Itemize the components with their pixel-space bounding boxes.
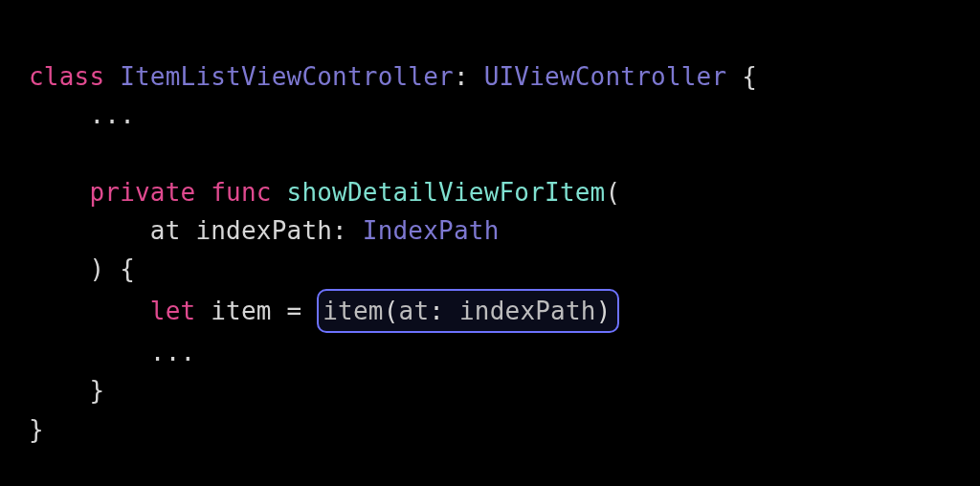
variable-item: item <box>211 297 271 325</box>
colon: : <box>454 62 469 91</box>
type-superclass: UIViewController <box>484 62 727 91</box>
close-paren: ) <box>89 254 104 283</box>
equals: = <box>287 297 302 325</box>
call-arg-value: indexPath <box>459 297 596 325</box>
ellipsis: ... <box>150 338 196 366</box>
open-brace: { <box>742 62 757 91</box>
highlighted-expression: item(at: indexPath) <box>317 289 618 333</box>
param-name-indexpath: indexPath <box>195 216 332 245</box>
code-snippet: class ItemListViewController: UIViewCont… <box>0 0 980 477</box>
call-open-paren: ( <box>384 297 399 325</box>
call-arg-colon: : <box>429 297 444 325</box>
keyword-let: let <box>150 297 196 325</box>
keyword-func: func <box>211 178 271 207</box>
open-brace: { <box>120 254 135 283</box>
param-label-at: at <box>150 216 181 245</box>
type-class-name: ItemListViewController <box>120 62 454 91</box>
type-indexpath: IndexPath <box>363 216 500 245</box>
function-name: showDetailViewForItem <box>287 178 606 207</box>
call-close-paren: ) <box>596 297 612 325</box>
close-brace: } <box>29 415 44 444</box>
colon: : <box>332 216 347 245</box>
keyword-class: class <box>29 62 104 91</box>
call-name: item <box>323 297 383 325</box>
keyword-private: private <box>89 178 195 207</box>
close-brace: } <box>89 376 104 405</box>
ellipsis: ... <box>89 100 135 129</box>
call-arg-label: at <box>399 297 430 325</box>
open-paren: ( <box>605 178 620 207</box>
